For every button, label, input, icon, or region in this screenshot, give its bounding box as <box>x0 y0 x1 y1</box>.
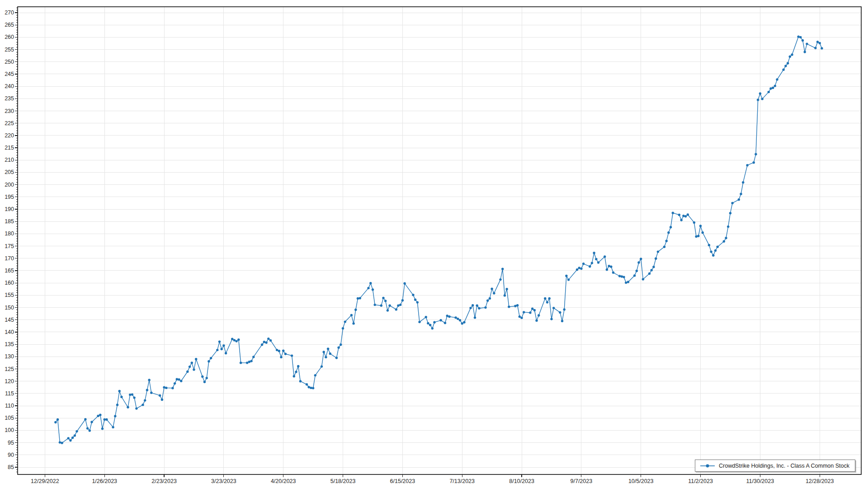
data-point-marker <box>397 305 399 307</box>
data-point-marker <box>201 375 203 378</box>
data-point-marker <box>195 358 197 360</box>
data-point-marker <box>640 258 642 260</box>
data-point-marker <box>127 406 129 408</box>
data-point-marker <box>59 441 61 443</box>
x-tick-label: 11/2/2023 <box>688 478 713 484</box>
y-tick-label: 95 <box>8 440 14 446</box>
data-point-marker <box>174 382 176 385</box>
data-point-marker <box>774 84 776 87</box>
data-point-marker <box>84 418 86 420</box>
data-point-marker <box>276 349 278 351</box>
data-point-marker <box>729 212 731 214</box>
y-tick-label: 230 <box>5 108 14 114</box>
data-point-marker <box>357 297 359 300</box>
data-point-marker <box>493 292 495 294</box>
data-point-marker <box>384 300 387 302</box>
data-point-marker <box>769 87 772 89</box>
data-point-marker <box>222 344 225 347</box>
y-tick-label: 255 <box>5 47 14 53</box>
data-point-marker <box>612 272 614 274</box>
data-point-marker <box>591 262 593 264</box>
data-point-marker <box>637 261 640 263</box>
data-point-marker <box>476 305 478 307</box>
data-point-marker <box>454 316 457 319</box>
plot-area: 8590951001051101151201251301351401451501… <box>0 0 868 488</box>
data-point-marker <box>505 288 508 290</box>
axis-ticks <box>15 8 820 477</box>
data-point-marker <box>523 311 525 313</box>
data-point-marker <box>580 267 582 270</box>
data-point-marker <box>717 246 719 248</box>
x-tick-label: 1/26/2023 <box>92 478 117 484</box>
data-point-marker <box>352 322 354 324</box>
data-point-marker <box>731 202 733 204</box>
data-point-marker <box>589 265 591 267</box>
x-tick-label: 12/29/2022 <box>31 478 59 484</box>
data-point-marker <box>382 297 384 299</box>
data-point-marker <box>235 340 237 342</box>
data-point-marker <box>593 252 595 254</box>
y-tick-label: 130 <box>5 353 14 360</box>
data-point-marker <box>725 237 727 239</box>
data-point-marker <box>520 317 523 319</box>
data-point-marker <box>114 415 116 417</box>
data-point-marker <box>54 421 57 423</box>
data-point-marker <box>261 343 263 346</box>
data-point-marker <box>784 65 787 67</box>
data-point-marker <box>723 240 725 243</box>
data-point-marker <box>740 193 742 195</box>
data-point-marker <box>312 387 314 389</box>
data-point-marker <box>684 215 687 217</box>
data-point-marker <box>657 250 659 253</box>
data-point-marker <box>135 407 137 409</box>
data-point-marker <box>538 314 540 316</box>
y-tick-label: 140 <box>5 329 14 335</box>
data-point-marker <box>416 301 419 303</box>
data-point-marker <box>89 429 91 432</box>
data-point-marker <box>284 353 287 355</box>
legend[interactable]: CrowdStrike Holdings, Inc. - Class A Com… <box>695 460 855 472</box>
data-point-marker <box>608 265 610 267</box>
data-point-marker <box>74 434 76 436</box>
data-point-marker <box>380 305 382 307</box>
data-point-marker <box>231 338 233 340</box>
y-tick-label: 135 <box>5 341 14 347</box>
data-point-marker <box>250 360 252 362</box>
data-point-marker <box>504 294 506 296</box>
data-point-marker <box>120 396 123 398</box>
y-tick-label: 155 <box>5 292 14 298</box>
data-point-marker <box>682 215 684 217</box>
data-point-marker <box>463 321 465 324</box>
data-point-marker <box>552 307 555 309</box>
data-point-marker <box>491 288 493 290</box>
data-point-marker <box>459 319 461 321</box>
data-point-marker <box>576 268 578 271</box>
data-point-marker <box>280 356 282 358</box>
data-point-marker <box>69 439 71 441</box>
data-point-marker <box>263 341 265 343</box>
data-point-marker <box>233 339 236 341</box>
x-tick-label: 6/15/2023 <box>390 478 415 484</box>
data-point-marker <box>159 394 161 397</box>
x-tick-label: 10/5/2023 <box>628 478 654 484</box>
data-point-marker <box>144 399 146 401</box>
data-point-marker <box>278 350 280 352</box>
data-point-marker <box>519 315 521 318</box>
data-point-marker <box>699 225 702 227</box>
data-point-marker <box>819 42 821 44</box>
data-point-marker <box>97 415 99 417</box>
data-point-marker <box>702 231 704 234</box>
y-tick-label: 180 <box>5 230 14 237</box>
data-point-marker <box>269 339 272 342</box>
data-point-marker <box>595 258 597 260</box>
data-point-marker <box>399 304 401 306</box>
data-point-marker <box>667 231 670 234</box>
data-point-marker <box>710 250 712 253</box>
y-tick-label: 170 <box>5 255 14 262</box>
y-tick-label: 220 <box>5 132 14 139</box>
data-point-marker <box>218 340 221 343</box>
data-point-marker <box>163 386 165 389</box>
data-point-marker <box>189 366 191 368</box>
data-point-marker <box>563 308 566 310</box>
data-point-marker <box>297 365 299 367</box>
